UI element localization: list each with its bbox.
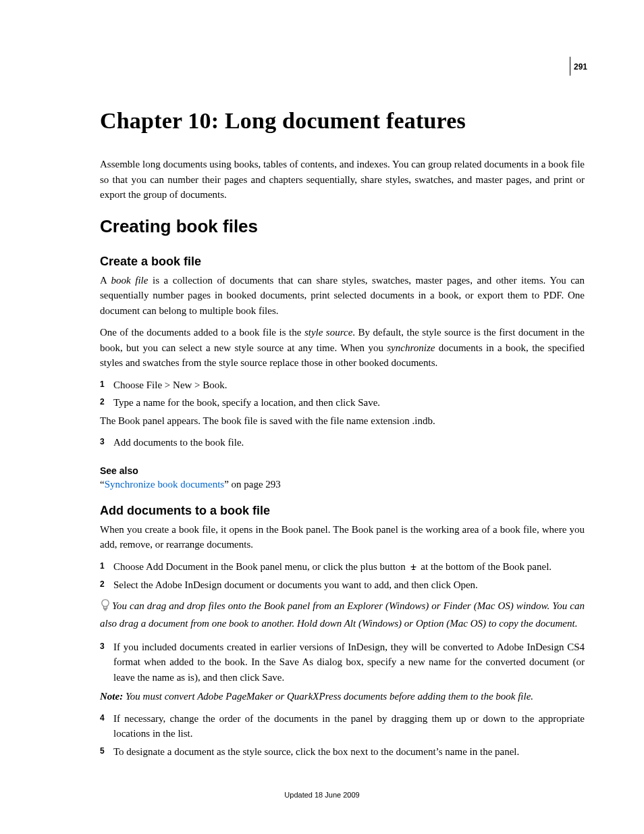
see-also-line: “Synchronize book documents” on page 293 [100,479,585,490]
emphasis-book-file: book file [111,275,149,286]
step-item: Select the Adobe InDesign document or do… [100,577,585,593]
emphasis-style-source: style source [304,327,352,338]
note-paragraph: Note: You must convert Adobe PageMaker o… [100,689,585,704]
step-item: To designate a document as the style sou… [100,744,585,760]
footer-updated-date: Updated 18 June 2009 [0,791,644,799]
emphasis-synchronize: synchronize [387,342,435,353]
chapter-title: Chapter 10: Long document features [100,108,585,134]
steps-list: If you included documents created in ear… [100,640,585,685]
text-span: Choose Add Document in the Book panel me… [113,561,408,572]
see-also-heading: See also [100,465,585,476]
step-item: If necessary, change the order of the do… [100,711,585,741]
quote-open: “ [100,479,105,490]
plus-icon [410,560,417,575]
steps-list: If necessary, change the order of the do… [100,711,585,760]
cross-reference-link[interactable]: Synchronize book documents [105,479,224,490]
subsection-title-add-documents: Add documents to a book file [100,504,585,518]
steps-list: Choose Add Document in the Book panel me… [100,559,585,593]
text-span: One of the documents added to a book fil… [100,327,304,338]
body-paragraph: When you create a book file, it opens in… [100,522,585,552]
tip-text: You can drag and drop files onto the Boo… [100,600,585,629]
step-item: If you included documents created in ear… [100,640,585,685]
text-span: at the bottom of the Book panel. [419,561,552,572]
text-span: is a collection of documents that can sh… [100,275,585,316]
tip-paragraph: You can drag and drop files onto the Boo… [100,598,585,631]
note-label: Note: [100,691,123,702]
text-span: ” on page 293 [224,479,281,490]
page-number: 291 [574,62,587,72]
lightbulb-icon [100,598,111,617]
intro-paragraph: Assemble long documents using books, tab… [100,157,585,203]
subsection-title-create-a-book-file: Create a book file [100,255,585,269]
page-number-rule [570,57,570,76]
steps-list: Choose File > New > Book. Type a name fo… [100,377,585,411]
step-item: Type a name for the book, specify a loca… [100,395,585,411]
body-paragraph: One of the documents added to a book fil… [100,325,585,371]
section-title-creating-book-files: Creating book files [100,216,585,237]
body-paragraph: The Book panel appears. The book file is… [100,413,585,429]
step-item: Choose File > New > Book. [100,377,585,393]
svg-point-3 [102,599,109,606]
step-item: Choose Add Document in the Book panel me… [100,559,585,575]
steps-list: Add documents to the book file. [100,435,585,450]
note-body: You must convert Adobe PageMaker or Quar… [123,691,533,702]
text-span: A [100,275,111,286]
document-page: 291 Chapter 10: Long document features A… [0,0,644,834]
step-item: Add documents to the book file. [100,435,585,450]
body-paragraph: A book file is a collection of documents… [100,273,585,319]
